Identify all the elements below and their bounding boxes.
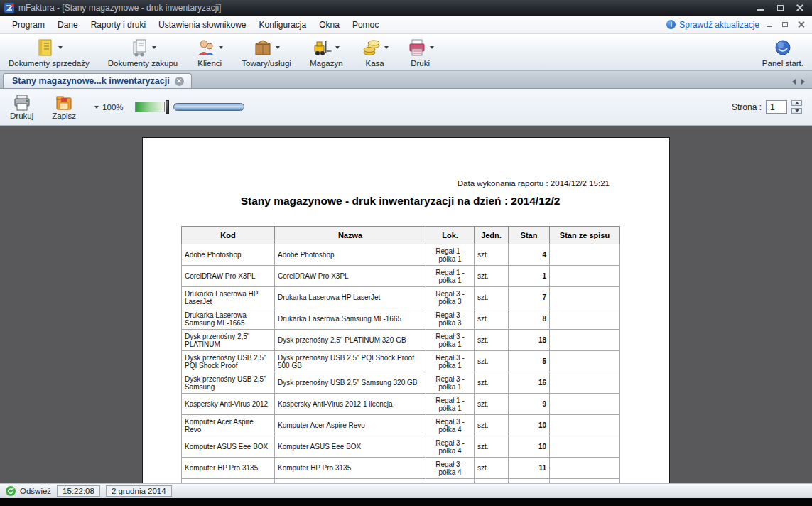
page-down-button[interactable] — [791, 108, 802, 114]
toolbar-dokumenty-sprzedazy-button[interactable]: Dokumenty sprzedaży — [7, 36, 91, 68]
header-lok: Lok. — [426, 227, 475, 244]
dropdown-arrow-icon[interactable] — [335, 46, 340, 49]
cell-lok: Regał 3 - półka 1 — [426, 351, 475, 372]
titlebar: mFaktura - [Stany magazynowe - druk inwe… — [0, 0, 812, 16]
tab-label: Stany magazynowe...k inwentaryzacji — [12, 76, 170, 86]
menu-ustawienia-slownikowe[interactable]: Ustawienia słownikowe — [152, 17, 252, 33]
cell-kod: CorelDRAW Pro X3PL — [182, 266, 275, 287]
cell-lok: Regał 3 - półka 4 — [426, 458, 475, 479]
menu-konfiguracja[interactable]: Konfiguracja — [252, 17, 313, 33]
report-date-line: Data wykonania raportu : 2014/12/2 15:21 — [181, 179, 619, 188]
dropdown-arrow-icon[interactable] — [430, 46, 434, 49]
save-label: Zapisz — [52, 112, 76, 120]
minimize-button[interactable] — [755, 4, 765, 12]
tab-stany-magazynowe[interactable]: Stany magazynowe...k inwentaryzacji ✕ — [3, 73, 192, 88]
toolbar-druki-button[interactable]: Druki — [406, 36, 435, 68]
cell-stan: 7 — [509, 287, 550, 308]
tab-scroll-left-icon[interactable] — [792, 79, 796, 85]
menu-program[interactable]: Program — [6, 17, 51, 33]
cell-stan: 9 — [509, 394, 550, 415]
menu-dane[interactable]: Dane — [51, 17, 85, 33]
cell-lok: Regał 3 - półka 3 — [426, 287, 475, 308]
toolbar-dokumenty-zakupu-button[interactable]: Dokumenty zakupu — [107, 36, 179, 68]
mdi-minimize-icon — [767, 26, 772, 27]
zoom-dropdown[interactable]: 100% — [94, 103, 123, 112]
zoom-dropdown-arrow-icon — [94, 106, 99, 109]
toolbar-label: Klienci — [197, 59, 222, 68]
menu-pomoc[interactable]: Pomoc — [346, 17, 385, 33]
cell-stan-ze-spisu — [550, 287, 620, 308]
table-row: Komputer ASUS Eee BOX Komputer ASUS Eee … — [182, 436, 620, 458]
toolbar-towary-uslugi-button[interactable]: Towary/usługi — [240, 36, 293, 68]
menu-okna[interactable]: Okna — [313, 17, 346, 33]
table-row: CorelDRAW Pro X3PL CorelDRAW Pro X3PL Re… — [182, 266, 620, 287]
cell-stan-ze-spisu — [550, 415, 620, 436]
mdi-restore-button[interactable] — [781, 21, 789, 28]
mdi-close-button[interactable] — [796, 21, 805, 28]
table-row: Komputer HP Pro 3135 Komputer HP Pro 313… — [182, 458, 620, 479]
cell-kod: Dysk przenośny 2,5" PLATINUM — [182, 330, 275, 351]
table-row: Dysk przenośny 2,5" PLATINUM Dysk przeno… — [182, 330, 620, 351]
dropdown-arrow-icon[interactable] — [276, 46, 280, 49]
save-button[interactable]: Zapisz — [52, 95, 76, 120]
print-button[interactable]: Drukuj — [10, 95, 33, 120]
sales-documents-icon — [36, 38, 55, 58]
cell-stan: 5 — [509, 351, 550, 372]
cell-stan-ze-spisu — [550, 308, 620, 330]
cell-stan-ze-spisu — [550, 394, 620, 415]
dropdown-arrow-icon[interactable] — [152, 46, 156, 49]
tab-scroll-right-icon[interactable] — [801, 79, 805, 85]
maximize-button[interactable] — [775, 4, 785, 12]
zoom-slider[interactable] — [135, 100, 244, 114]
table-header-row: Kod Nazwa Lok. Jedn. Stan Stan ze spisu — [182, 227, 620, 244]
cell-jedn: szt. — [475, 436, 509, 458]
cell-stan: 8 — [509, 308, 550, 330]
cell-stan-ze-spisu — [550, 330, 620, 351]
mdi-minimize-button[interactable] — [765, 21, 774, 28]
toolbar-klienci-button[interactable]: Klienci — [195, 36, 224, 68]
tabbar: Stany magazynowe...k inwentaryzacji ✕ — [0, 71, 812, 89]
table-row: Adobe Photoshop Adobe Photoshop Regał 1 … — [182, 244, 620, 266]
cell-jedn: szt. — [475, 308, 509, 330]
header-nazwa: Nazwa — [275, 227, 426, 244]
cell-nazwa: Drukarka Laserowa Samsung ML-1665 — [275, 308, 426, 330]
menubar: Program Dane Raporty i druki Ustawienia … — [0, 16, 812, 34]
report-title: Stany magazynowe - druk inwentaryzacji n… — [181, 195, 619, 208]
cell-jedn: szt. — [475, 266, 509, 287]
cell-jedn: szt. — [475, 244, 509, 266]
page-up-button[interactable] — [791, 100, 802, 106]
cell-kod: Dysk przenośny USB 2,5" Samsung — [182, 372, 275, 394]
printer-icon — [13, 95, 31, 112]
cell-nazwa: Komputer Acer Aspire Revo — [275, 415, 426, 436]
zoom-slider-track[interactable] — [173, 103, 244, 111]
menu-raporty-i-druki[interactable]: Raporty i druki — [85, 17, 152, 33]
dropdown-arrow-icon[interactable] — [58, 46, 63, 49]
toolbar-magazyn-button[interactable]: Magazyn — [308, 36, 345, 68]
window-title: mFaktura - [Stany magazynowe - druk inwe… — [18, 3, 755, 13]
cell-kod: Drukarka Laserowa Samsung ML-1665 — [182, 308, 275, 330]
status-date: 2 grudnia 2014 — [106, 485, 172, 497]
refresh-button[interactable]: Odśwież — [6, 486, 51, 496]
status-time: 15:22:08 — [57, 485, 100, 497]
mdi-close-icon — [798, 21, 804, 28]
refresh-icon — [6, 486, 16, 496]
zoom-slider-handle[interactable] — [166, 100, 169, 114]
tab-close-icon[interactable]: ✕ — [175, 77, 184, 86]
clients-icon — [196, 38, 216, 58]
panel-start-button[interactable]: Panel start. — [761, 36, 805, 68]
cell-stan-ze-spisu — [550, 436, 620, 458]
dropdown-arrow-icon[interactable] — [384, 46, 389, 49]
table-row: Drukarka Laserowa Samsung ML-1665 Drukar… — [182, 308, 620, 330]
page-number-input[interactable]: 1 — [766, 100, 787, 114]
cell-stan: 18 — [509, 330, 550, 351]
close-button[interactable] — [795, 4, 805, 12]
check-updates-link[interactable]: i Sprawdź aktualizacje — [666, 20, 759, 30]
cell-stan-ze-spisu — [550, 244, 620, 266]
table-row: Kaspersky Anti-Virus 2012 Kaspersky Anti… — [182, 394, 620, 415]
toolbar-label: Kasa — [365, 59, 384, 68]
cell-jedn: szt. — [475, 394, 509, 415]
cell-kod: Kaspersky Anti-Virus 2012 — [182, 394, 275, 415]
dropdown-arrow-icon[interactable] — [219, 46, 223, 49]
toolbar-kasa-button[interactable]: Kasa — [360, 36, 390, 68]
cell-nazwa: CorelDRAW Pro X3PL — [275, 266, 426, 287]
